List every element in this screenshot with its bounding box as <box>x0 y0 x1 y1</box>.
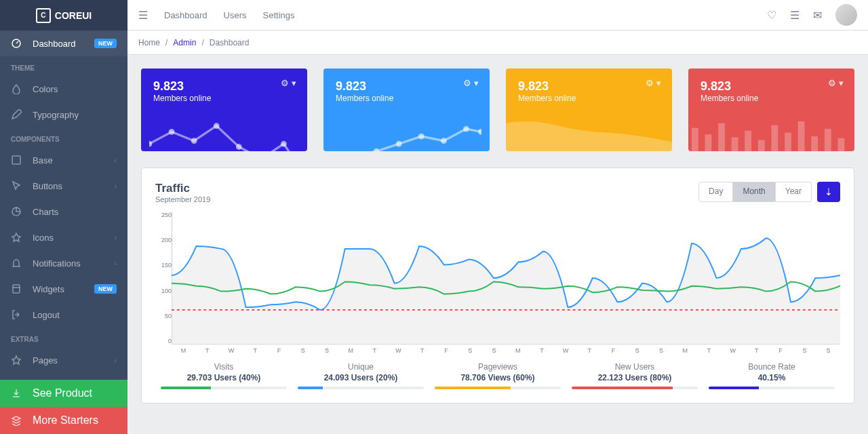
brand-icon <box>36 8 51 23</box>
envelope-icon[interactable]: ✉ <box>813 9 822 22</box>
header-nav-dashboard[interactable]: Dashboard <box>164 10 208 20</box>
hamburger-icon[interactable]: ☰ <box>138 9 148 22</box>
traffic-chart: 250200150100500 MTWTFSSMTWTFSSMTWTFSSMTW… <box>155 212 840 354</box>
svg-point-15 <box>396 141 402 147</box>
stat-value: 9.823 <box>518 79 660 94</box>
brand[interactable]: COREUI <box>0 0 127 31</box>
svg-rect-23 <box>732 137 738 151</box>
stat-card-2: ⚙ ▾ 9.823 Members online <box>506 68 672 151</box>
sidebar-item-typography[interactable]: Typography <box>0 102 127 127</box>
svg-point-7 <box>214 123 220 129</box>
stat-unique: Unique 24.093 Users (20%) <box>292 362 429 389</box>
svg-rect-24 <box>745 131 751 151</box>
svg-point-14 <box>374 149 380 151</box>
breadcrumb-admin[interactable]: Admin <box>173 38 196 47</box>
sidebar: COREUI Dashboard NEW THEME Colors Typogr… <box>0 0 127 434</box>
chevron-left-icon: ‹ <box>115 260 117 267</box>
sidebar-item-colors[interactable]: Colors <box>0 76 127 102</box>
sidebar-item-pages[interactable]: Pages ‹ <box>0 347 127 373</box>
traffic-stats: Visits 29.703 Users (40%) Unique 24.093 … <box>155 362 840 389</box>
breadcrumb-current: Dashboard <box>210 38 250 47</box>
traffic-title: Traffic <box>155 182 210 195</box>
stat-label: Members online <box>518 94 660 103</box>
header: ☰ DashboardUsersSettings ♡ ☰ ✉ <box>127 0 868 31</box>
avatar[interactable] <box>835 4 857 26</box>
header-right: ♡ ☰ ✉ <box>767 4 857 26</box>
stat-label: Bounce Rate <box>703 362 840 372</box>
sidebar-item-see-product[interactable]: See Product <box>0 380 127 407</box>
svg-point-8 <box>236 144 242 150</box>
bell-icon[interactable]: ♡ <box>767 9 776 22</box>
star-icon <box>11 232 22 243</box>
gear-icon[interactable]: ⚙ ▾ <box>646 78 661 88</box>
stat-label: Visits <box>155 362 292 372</box>
gear-icon[interactable]: ⚙ ▾ <box>463 78 479 88</box>
breadcrumb-home[interactable]: Home <box>138 38 160 47</box>
sidebar-item-label: Pages <box>33 355 58 366</box>
sidebar-item-base[interactable]: Base ‹ <box>0 147 127 173</box>
range-year-button[interactable]: Year <box>776 182 811 201</box>
stat-label: Unique <box>292 362 429 372</box>
sidebar-item-label: Colors <box>33 84 58 94</box>
badge-new: NEW <box>94 284 117 294</box>
sidebar-item-icons[interactable]: Icons ‹ <box>0 224 127 250</box>
list-icon[interactable]: ☰ <box>790 9 800 22</box>
sidebar-item-label: Base <box>33 155 53 165</box>
drop-icon <box>11 83 22 94</box>
stat-card-3: ⚙ ▾ 9.823 Members online <box>688 68 854 151</box>
chevron-left-icon: ‹ <box>115 157 117 164</box>
chevron-left-icon: ‹ <box>115 182 117 190</box>
range-month-button[interactable]: Month <box>733 182 775 201</box>
gear-icon[interactable]: ⚙ ▾ <box>281 78 296 88</box>
sidebar-item-buttons[interactable]: Buttons ‹ <box>0 173 127 199</box>
layers-icon <box>11 415 22 426</box>
range-button-group: DayMonthYear <box>698 182 812 202</box>
breadcrumb-sep: / <box>165 38 167 47</box>
sidebar-item-more-starters[interactable]: More Starters <box>0 407 127 434</box>
progress-bar <box>709 387 835 389</box>
sidebar-item-charts[interactable]: Charts <box>0 199 127 224</box>
puzzle-icon <box>11 155 22 165</box>
logout-icon <box>11 309 22 320</box>
progress-bar <box>435 387 561 389</box>
svg-point-16 <box>418 134 425 140</box>
gear-icon[interactable]: ⚙ ▾ <box>828 78 844 88</box>
header-nav-settings[interactable]: Settings <box>263 10 295 20</box>
sidebar-item-notifications[interactable]: Notifications ‹ <box>0 250 127 276</box>
svg-point-17 <box>441 138 447 144</box>
download-icon <box>11 388 22 399</box>
breadcrumb-sep: / <box>201 38 203 47</box>
sidebar-item-label: Notifications <box>33 258 81 269</box>
traffic-card: Traffic September 2019 DayMonthYear ⇣ 25… <box>141 167 854 403</box>
stat-label: Members online <box>701 94 842 103</box>
stat-value: 24.093 Users (20%) <box>292 373 429 382</box>
stat-card-1: ⚙ ▾ 9.823 Members online <box>323 68 490 151</box>
nav-section-title: THEME <box>0 56 127 76</box>
badge-new: NEW <box>94 39 117 48</box>
sidebar-item-widgets[interactable]: Widgets NEW <box>0 276 127 302</box>
stat-value: 40.15% <box>703 373 840 382</box>
sidebar-item-label: Charts <box>33 207 58 217</box>
stat-card-0: ⚙ ▾ 9.823 Members online <box>141 68 307 151</box>
main: ☰ DashboardUsersSettings ♡ ☰ ✉ Home / Ad… <box>127 0 868 434</box>
header-nav-users[interactable]: Users <box>224 10 247 20</box>
progress-bar <box>572 387 698 389</box>
svg-rect-25 <box>758 140 765 152</box>
pencil-icon <box>11 109 22 120</box>
sidebar-item-label: More Starters <box>33 414 98 427</box>
nav-section-title: COMPONENTS <box>0 127 127 147</box>
stat-pageviews: Pageviews 78.706 Views (60%) <box>429 362 566 389</box>
chart-icon <box>11 206 22 217</box>
range-day-button[interactable]: Day <box>699 182 733 201</box>
svg-rect-20 <box>692 128 698 151</box>
stat-label: Members online <box>153 94 295 103</box>
svg-point-19 <box>478 129 481 135</box>
sidebar-item-logout[interactable]: Logout <box>0 302 127 328</box>
sidebar-item-dashboard[interactable]: Dashboard NEW <box>0 31 127 56</box>
download-button[interactable]: ⇣ <box>817 182 840 202</box>
sidebar-item-label: Icons <box>33 233 54 243</box>
sidebar-item-label: Typography <box>33 110 79 120</box>
svg-rect-28 <box>798 121 805 151</box>
sparkline <box>506 114 672 151</box>
stat-value: 78.706 Views (60%) <box>429 373 566 382</box>
